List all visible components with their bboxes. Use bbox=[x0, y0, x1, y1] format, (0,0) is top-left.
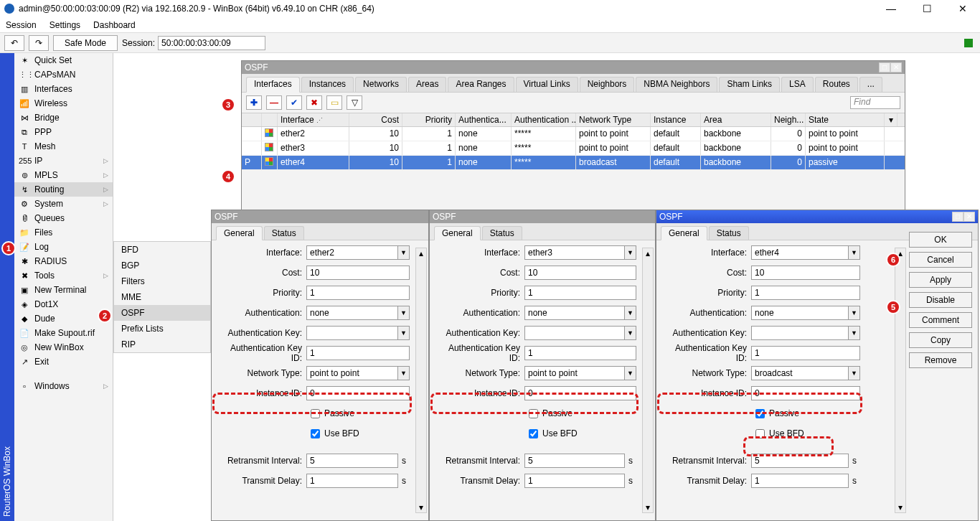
column-header[interactable]: Neigh... bbox=[771, 113, 806, 126]
menu-session[interactable]: Session bbox=[6, 20, 37, 30]
tab-lsa[interactable]: LSA bbox=[781, 77, 814, 92]
dropdown-icon[interactable]: ▼ bbox=[625, 245, 636, 260]
submenu-bgp[interactable]: BGP bbox=[114, 258, 210, 273]
tab-routes[interactable]: Routes bbox=[815, 77, 858, 92]
tab-status[interactable]: Status bbox=[482, 226, 522, 240]
dropdown-icon[interactable]: ▼ bbox=[398, 245, 410, 260]
detail-title[interactable]: OSPF bbox=[212, 210, 428, 223]
auth-key-input[interactable] bbox=[524, 326, 625, 340]
tab-networks[interactable]: Networks bbox=[355, 77, 407, 92]
passive-checkbox[interactable] bbox=[529, 409, 538, 418]
panel-restore-icon[interactable]: □ bbox=[879, 62, 890, 72]
sidebar-item-routing[interactable]: ↯Routing▷ bbox=[14, 182, 113, 197]
dropdown-icon[interactable]: ▼ bbox=[625, 326, 636, 340]
tab-general[interactable]: General bbox=[216, 226, 263, 240]
instance-id-input[interactable] bbox=[524, 386, 636, 400]
maximize-button[interactable]: ☐ bbox=[917, 3, 937, 14]
column-header[interactable]: Area bbox=[701, 113, 771, 126]
apply-button[interactable]: Apply bbox=[909, 272, 972, 288]
remove-button[interactable]: Remove bbox=[909, 352, 972, 368]
minimize-button[interactable]: — bbox=[881, 3, 901, 14]
tab--[interactable]: ... bbox=[859, 77, 882, 92]
tab-instances[interactable]: Instances bbox=[301, 77, 354, 92]
tab-status[interactable]: Status bbox=[709, 226, 749, 240]
transmit-delay-input[interactable] bbox=[524, 474, 625, 488]
disable-button[interactable]: ✖ bbox=[306, 95, 322, 110]
sidebar-item-log[interactable]: 📝Log bbox=[14, 240, 113, 254]
dropdown-icon[interactable]: ▼ bbox=[849, 326, 860, 340]
authentication-input[interactable] bbox=[524, 306, 625, 320]
ok-button[interactable]: OK bbox=[909, 232, 972, 248]
add-button[interactable]: ✚ bbox=[246, 95, 262, 110]
sidebar-item-ip[interactable]: 255IP▷ bbox=[14, 154, 113, 168]
sidebar-item-new-terminal[interactable]: ▣New Terminal bbox=[14, 283, 113, 297]
use-bfd-checkbox[interactable] bbox=[311, 429, 320, 438]
safe-mode-button[interactable]: Safe Mode bbox=[53, 35, 118, 51]
dropdown-icon[interactable]: ▼ bbox=[849, 366, 860, 380]
priority-input[interactable] bbox=[306, 286, 410, 300]
tab-interfaces[interactable]: Interfaces bbox=[246, 77, 300, 93]
authentication-input[interactable] bbox=[306, 306, 398, 320]
column-header[interactable]: Cost bbox=[349, 113, 402, 126]
column-header[interactable]: Authentica... bbox=[456, 113, 512, 126]
retransmit-interval-input[interactable] bbox=[306, 454, 398, 468]
scrollbar[interactable]: ▴▾ bbox=[895, 248, 906, 513]
sidebar-item-mpls[interactable]: ⊚MPLS▷ bbox=[14, 168, 113, 182]
table-row[interactable]: ether2101none*****point to pointdefaultb… bbox=[242, 127, 905, 141]
menu-settings[interactable]: Settings bbox=[50, 20, 80, 30]
auth-key-input[interactable] bbox=[306, 326, 398, 340]
dropdown-icon[interactable]: ▼ bbox=[849, 306, 860, 320]
enable-button[interactable]: ✔ bbox=[286, 95, 302, 110]
tab-sham-links[interactable]: Sham Links bbox=[719, 77, 780, 92]
priority-input[interactable] bbox=[751, 286, 860, 300]
auth-key-id-input[interactable] bbox=[524, 346, 636, 360]
interface-input[interactable] bbox=[306, 245, 398, 260]
panel-restore-icon[interactable]: □ bbox=[952, 212, 963, 222]
submenu-filters[interactable]: Filters bbox=[114, 273, 210, 289]
sidebar-item-make-supout.rif[interactable]: 📄Make Supout.rif bbox=[14, 326, 113, 340]
sidebar-item-quick-set[interactable]: ✶Quick Set bbox=[14, 53, 113, 67]
cost-input[interactable] bbox=[306, 266, 410, 280]
column-header[interactable]: Authentication ... bbox=[512, 113, 576, 126]
close-button[interactable]: ✕ bbox=[953, 3, 973, 14]
sidebar-item-tools[interactable]: ✖Tools▷ bbox=[14, 268, 113, 283]
sidebar-item-interfaces[interactable]: ▥Interfaces bbox=[14, 82, 113, 96]
interface-input[interactable] bbox=[524, 245, 625, 260]
network-type-input[interactable] bbox=[751, 366, 849, 380]
redo-button[interactable]: ↷ bbox=[29, 35, 49, 51]
menu-dashboard[interactable]: Dashboard bbox=[93, 20, 136, 30]
dropdown-icon[interactable]: ▼ bbox=[625, 306, 636, 320]
dropdown-icon[interactable]: ▼ bbox=[398, 366, 410, 380]
use-bfd-checkbox[interactable] bbox=[529, 429, 538, 438]
sidebar-item-capsman[interactable]: ⋮⋮CAPsMAN bbox=[14, 67, 113, 82]
tab-status[interactable]: Status bbox=[264, 226, 304, 240]
column-header[interactable]: Priority bbox=[402, 113, 456, 126]
tab-general[interactable]: General bbox=[434, 226, 481, 240]
column-header[interactable]: Network Type bbox=[576, 113, 651, 126]
column-menu-icon[interactable]: ▾ bbox=[885, 113, 897, 126]
sidebar-item-dot1x[interactable]: ◈Dot1X bbox=[14, 297, 113, 311]
comment-button[interactable]: ▭ bbox=[326, 95, 342, 110]
passive-checkbox[interactable] bbox=[755, 409, 765, 418]
sidebar-item-ppp[interactable]: ⧉PPP bbox=[14, 125, 113, 139]
column-header[interactable]: State bbox=[806, 113, 885, 126]
sidebar-item-mesh[interactable]: TMesh bbox=[14, 139, 113, 154]
dropdown-icon[interactable]: ▼ bbox=[849, 245, 860, 260]
remove-button[interactable]: — bbox=[266, 95, 282, 110]
undo-button[interactable]: ↶ bbox=[4, 35, 24, 51]
authentication-input[interactable] bbox=[751, 306, 849, 320]
dropdown-icon[interactable]: ▼ bbox=[625, 366, 636, 380]
submenu-bfd[interactable]: BFD bbox=[114, 242, 210, 258]
retransmit-interval-input[interactable] bbox=[751, 454, 849, 468]
scrollbar[interactable]: ▴▾ bbox=[642, 248, 654, 513]
sidebar-item-exit[interactable]: ↗Exit bbox=[14, 355, 113, 369]
submenu-ospf[interactable]: OSPF bbox=[114, 305, 210, 321]
network-type-input[interactable] bbox=[524, 366, 625, 380]
submenu-mme[interactable]: MME bbox=[114, 289, 210, 305]
tab-areas[interactable]: Areas bbox=[408, 77, 446, 92]
detail-title[interactable]: OSPF bbox=[430, 210, 655, 223]
column-header[interactable] bbox=[262, 113, 278, 126]
tab-area-ranges[interactable]: Area Ranges bbox=[448, 77, 514, 92]
use-bfd-checkbox[interactable] bbox=[755, 429, 765, 438]
tab-neighbors[interactable]: Neighbors bbox=[580, 77, 635, 92]
